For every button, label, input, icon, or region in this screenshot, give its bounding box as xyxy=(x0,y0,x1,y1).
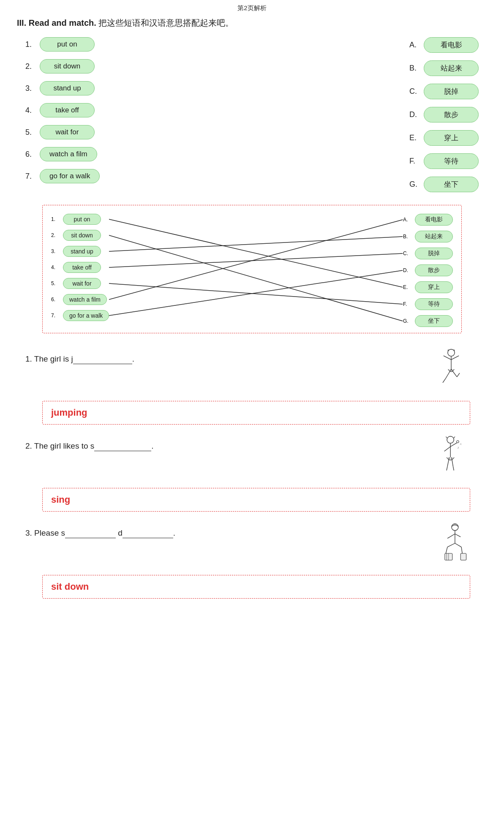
main-right-item-2: B. 站起来 xyxy=(409,60,479,76)
fill-answer-box-3: sit down xyxy=(42,575,470,599)
main-left-item-6: 6. watch a film xyxy=(25,147,100,161)
letter-label: C. xyxy=(409,87,419,96)
num-label: 5. xyxy=(25,128,35,137)
fill-q3-prefix: 3. Please s d . xyxy=(25,528,175,537)
fill-answer-3: sit down xyxy=(51,581,89,592)
main-right-item-5: E. 穿上 xyxy=(409,130,479,146)
right-pill-3: 脱掉 xyxy=(424,84,479,99)
fill-answer-box-1: jumping xyxy=(42,401,470,425)
svg-line-28 xyxy=(447,534,455,539)
ans-right-item-3: C. 脱掉 xyxy=(403,248,453,259)
ans-num: 1. xyxy=(51,216,58,222)
ans-left-pill-3: stand up xyxy=(63,246,101,257)
ans-left-pill-4: take off xyxy=(63,262,101,273)
svg-text:♫: ♫ xyxy=(460,442,462,445)
main-left-item-4: 4. take off xyxy=(25,103,100,117)
ans-right-item-7: G. 坐下 xyxy=(403,315,453,327)
right-column: A. 看电影B. 站起来C. 脱掉D. 散步E. 穿上F. 等待G. 坐下 xyxy=(409,37,479,192)
main-right-item-4: D. 散步 xyxy=(409,107,479,123)
ans-right-pill-4: 散步 xyxy=(415,264,453,276)
ans-letter: G. xyxy=(403,318,410,324)
ans-num: 6. xyxy=(51,297,58,302)
left-column: 1. put on2. sit down3. stand up4. take o… xyxy=(25,37,100,192)
fill-row-1: 1. The girl is j . xyxy=(25,346,470,392)
fill-text-1: 1. The girl is j . xyxy=(25,346,424,364)
page-title: 第2页解析 xyxy=(17,4,487,12)
letter-label: D. xyxy=(409,110,419,119)
letter-label: E. xyxy=(409,133,419,142)
main-right-item-3: C. 脱掉 xyxy=(409,84,479,99)
letter-label: G. xyxy=(409,180,419,189)
ans-num: 5. xyxy=(51,281,58,286)
ans-left-item-7: 7. go for a walk xyxy=(51,310,109,321)
ans-right-item-1: A. 看电影 xyxy=(403,214,453,226)
svg-line-30 xyxy=(447,543,455,547)
fill-q2-prefix: 2. The girl likes to s . xyxy=(25,441,154,450)
girl-singing-figure: ♪ ♫ xyxy=(432,433,470,479)
section-instruction-cn: 把这些短语和汉语意思搭配起来吧。 xyxy=(98,18,234,27)
svg-line-3 xyxy=(109,253,403,267)
left-pill-7: go for a walk xyxy=(40,169,100,183)
ans-left-pill-2: sit down xyxy=(63,230,101,241)
ans-right-item-5: E. 穿上 xyxy=(403,281,453,293)
svg-line-9 xyxy=(444,356,451,359)
left-pill-2: sit down xyxy=(40,59,95,74)
num-label: 7. xyxy=(25,172,35,181)
left-pill-5: wait for xyxy=(40,125,95,139)
svg-line-0 xyxy=(109,219,403,287)
ans-right-pill-3: 脱掉 xyxy=(415,248,453,259)
svg-line-21 xyxy=(447,467,447,471)
svg-line-4 xyxy=(109,283,403,304)
svg-line-5 xyxy=(109,220,403,300)
svg-point-15 xyxy=(447,436,454,443)
ans-right-item-2: B. 站起来 xyxy=(403,231,453,242)
svg-line-1 xyxy=(109,235,403,321)
main-right-item-7: G. 坐下 xyxy=(409,177,479,192)
ans-left-item-6: 6. watch a film xyxy=(51,294,109,305)
ans-num: 4. xyxy=(51,264,58,270)
svg-line-2 xyxy=(109,237,403,251)
main-left-item-5: 5. wait for xyxy=(25,125,100,139)
svg-line-6 xyxy=(109,270,403,316)
answer-left-col: 1. put on2. sit down3. stand up4. take o… xyxy=(51,214,109,329)
ans-left-pill-6: watch a film xyxy=(63,294,107,305)
left-pill-1: put on xyxy=(40,37,95,52)
ans-right-pill-5: 穿上 xyxy=(415,281,453,293)
ans-letter: F. xyxy=(403,301,410,307)
num-label: 6. xyxy=(25,150,35,159)
svg-line-12 xyxy=(443,379,445,383)
main-left-item-1: 1. put on xyxy=(25,37,100,52)
svg-point-7 xyxy=(448,349,455,356)
svg-rect-35 xyxy=(460,553,466,560)
ans-letter: B. xyxy=(403,234,410,240)
ans-right-pill-6: 等待 xyxy=(415,298,453,310)
ans-left-item-3: 3. stand up xyxy=(51,246,109,257)
ans-letter: A. xyxy=(403,217,410,223)
num-label: 2. xyxy=(25,62,35,71)
ans-right-pill-1: 看电影 xyxy=(415,214,453,226)
ans-num: 3. xyxy=(51,248,58,254)
svg-line-10 xyxy=(451,356,459,359)
ans-letter: C. xyxy=(403,251,410,256)
main-left-item-2: 2. sit down xyxy=(25,59,100,74)
fill-row-3: 3. Please s d . xyxy=(25,520,470,566)
main-left-item-3: 3. stand up xyxy=(25,81,100,95)
left-pill-4: take off xyxy=(40,103,95,117)
svg-text:♪: ♪ xyxy=(458,446,459,449)
ans-right-pill-7: 坐下 xyxy=(415,315,453,327)
fill-answer-1: jumping xyxy=(51,407,87,418)
fill-answer-2: sing xyxy=(51,494,70,505)
lines-area xyxy=(109,214,403,329)
fill-section: 1. The girl is j . xyxy=(25,346,470,599)
ans-left-pill-1: put on xyxy=(63,214,101,225)
svg-point-18 xyxy=(457,441,459,443)
svg-line-32 xyxy=(455,543,461,547)
svg-line-23 xyxy=(453,467,454,471)
answer-box-inner: 1. put on2. sit down3. stand up4. take o… xyxy=(51,214,453,329)
ans-right-item-4: D. 散步 xyxy=(403,264,453,276)
match-section: 1. put on2. sit down3. stand up4. take o… xyxy=(17,37,487,192)
ans-left-pill-5: wait for xyxy=(63,278,101,289)
right-pill-1: 看电影 xyxy=(424,37,479,53)
num-label: 4. xyxy=(25,106,35,115)
answer-box: 1. put on2. sit down3. stand up4. take o… xyxy=(42,205,462,333)
